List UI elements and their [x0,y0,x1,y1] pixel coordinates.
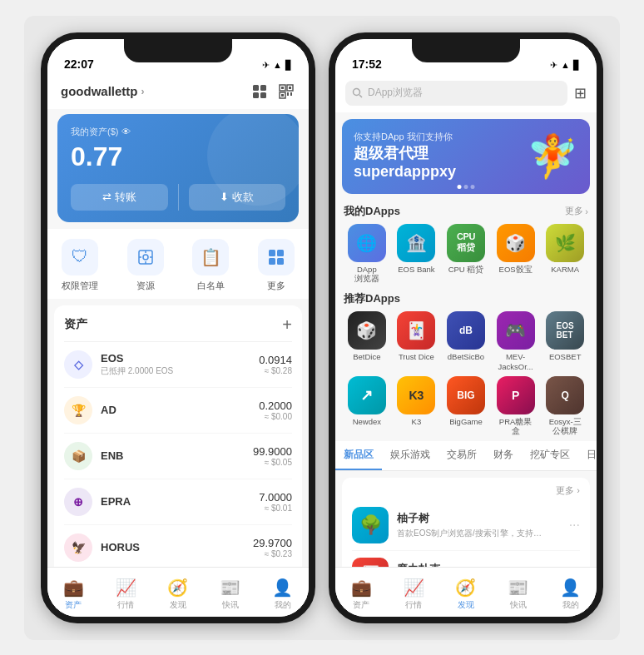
app-biggame[interactable]: BIG BigGame [443,376,489,436]
my-dapps-more[interactable]: 更多 › [565,205,588,217]
eye-icon[interactable]: 👁 [121,127,131,136]
asset-eos-row[interactable]: ◇ EOS 已抵押 2.0000 EOS 0.0914 ≈ $0.28 [64,342,292,388]
r-nav-mine[interactable]: 👤 我的 [544,573,597,611]
newdex-icon: ↗ [348,376,386,414]
asset-ad-row[interactable]: 🏆 AD 0.2000 ≈ $0.00 [64,388,292,434]
tab-daily[interactable]: 日常工... [578,441,597,470]
cpu-icon: CPU稻贷 [447,224,485,262]
promo-banner[interactable]: 你支持DApp 我们支持你 超级君代理 superdapppxy 🧚 [342,119,590,194]
app-eosyx[interactable]: Q Eosyx-三公棋牌 [542,376,588,436]
asset-label: 我的资产($) 👁 [71,126,285,138]
tab-finance[interactable]: 财务 [485,441,522,470]
app-karma[interactable]: 🌿 KARMA [542,224,588,284]
asset-section-title: 资产 [64,317,87,332]
right-bottom-nav: 💼 资产 📈 行情 🧭 发现 📰 快讯 [335,567,597,617]
app-trustdice[interactable]: 🃏 Trust Dice [394,311,440,371]
r-nav-discover[interactable]: 🧭 发现 [440,573,493,611]
nav-discover[interactable]: 🧭 发现 [152,573,205,611]
enb-icon: 📦 [64,442,92,470]
svg-rect-11 [290,94,292,96]
svg-rect-5 [281,87,284,89]
trustdice-icon: 🃏 [397,311,435,350]
app-dbetsicbo[interactable]: dB dBetSicBo [443,311,489,371]
right-scan-icon[interactable]: ⊞ [574,84,587,102]
wifi-icon: ▲ [273,60,282,70]
recommended-header: 推荐DApps [344,291,588,306]
left-screen: goodwallettp › [47,76,309,617]
receive-button[interactable]: ⬇ 收款 [189,184,286,211]
more-icon [258,239,295,275]
search-bar[interactable]: DApp浏览器 [345,81,567,106]
qa-resource[interactable]: 资源 [113,239,179,292]
recommended-title: 推荐DApps [344,291,400,306]
karma-icon: 🌿 [546,224,584,262]
nav-mine[interactable]: 👤 我的 [256,573,309,611]
k3-icon: K3 [397,376,435,414]
right-time: 17:52 [352,57,382,71]
r-nav-assets[interactable]: 💼 资产 [335,573,388,611]
quick-actions: 🛡 权限管理 [47,229,309,299]
asset-epra-row[interactable]: ⊕ EPRA 7.0000 ≈ $0.01 [64,479,292,525]
app-k3[interactable]: K3 K3 [394,376,440,436]
eos-info: EOS 已抵押 2.0000 EOS [101,352,250,377]
ad-icon: 🏆 [64,396,92,424]
horus-icon: 🦅 [64,533,92,562]
horus-info: HORUS [101,541,245,553]
trustdice-label: Trust Dice [399,352,434,361]
enb-amount: 99.9000 ≈ $0.05 [253,445,292,467]
ad-amount: 0.2000 ≈ $0.00 [259,399,292,421]
browser-label: DApp浏览器 [354,265,379,284]
newdex-label: Newdex [353,417,381,426]
biggame-icon: BIG [447,376,485,414]
qa-whitelist[interactable]: 📋 白名单 [178,239,244,292]
app-mev[interactable]: 🎮 MEV-JacksOr... [493,311,539,371]
asset-horus-row[interactable]: 🦅 HORUS 29.9700 ≈ $0.23 [64,525,292,571]
chevron-icon: › [141,86,145,97]
eos-dice-label: EOS骰宝 [499,265,533,274]
epra-info: EPRA [101,495,250,508]
new-apps-more[interactable]: 更多 › [556,484,580,497]
nav-news[interactable]: 📰 快讯 [204,573,256,611]
r-assets-nav-icon: 💼 [351,578,372,598]
grid-icon[interactable] [250,82,269,101]
right-status-icons: ✈ ▲ ▊ [550,60,580,71]
r-market-nav-label: 行情 [405,599,422,611]
qr-icon[interactable] [277,82,295,101]
app-pra[interactable]: P PRA糖果盒 [493,376,539,436]
market-nav-label: 行情 [117,599,134,611]
app-dice[interactable]: 🎲 EOS骰宝 [493,224,539,284]
eos-amount: 0.0914 ≈ $0.28 [259,354,292,375]
nav-market[interactable]: 📈 行情 [100,573,152,611]
new-app-yuzihu[interactable]: 🌳 柚子树 首款EOS制户浏览器/搜索引擎，支持接关... ··· [352,500,580,551]
r-nav-market[interactable]: 📈 行情 [388,573,440,611]
app-newdex[interactable]: ↗ Newdex [344,376,390,436]
qa-whitelist-label: 白名单 [197,280,225,292]
r-nav-news[interactable]: 📰 快讯 [492,573,544,611]
svg-rect-2 [253,92,259,98]
app-eosbet[interactable]: EOSBET EOSBET [542,311,588,371]
ad-info: AD [101,404,250,417]
qa-auth[interactable]: 🛡 权限管理 [47,239,113,292]
wallet-title-area[interactable]: goodwallettp › [61,84,145,98]
tab-games[interactable]: 娱乐游戏 [382,441,438,470]
asset-enb-row[interactable]: 📦 ENB 99.9000 ≈ $0.05 [64,434,292,479]
market-nav-icon: 📈 [116,578,136,598]
transfer-button[interactable]: ⇄ 转账 [71,184,168,211]
add-asset-button[interactable]: + [282,315,292,335]
left-time: 22:07 [64,57,94,71]
mev-label: MEV-JacksOr... [498,352,533,371]
tab-exchange[interactable]: 交易所 [438,441,485,470]
recommended-row2: ↗ Newdex K3 K3 BIG BigGame P [344,376,588,436]
tab-new[interactable]: 新品区 [335,441,382,470]
tab-mining[interactable]: 挖矿专区 [522,441,578,470]
app-cpu[interactable]: CPU稻贷 CPU 稻贷 [443,224,489,284]
svg-rect-23 [277,258,284,265]
qa-more[interactable]: 更多 [244,239,310,292]
asset-amount: 0.77 [71,141,285,172]
app-eosbank[interactable]: 🏦 EOS Bank [394,224,440,284]
news-nav-label: 快讯 [222,599,239,611]
app-browser[interactable]: 🌐 DApp浏览器 [344,224,390,284]
svg-rect-13 [290,92,292,94]
app-betdice[interactable]: 🎲 BetDice [344,311,390,371]
nav-assets[interactable]: 💼 资产 [47,573,100,611]
